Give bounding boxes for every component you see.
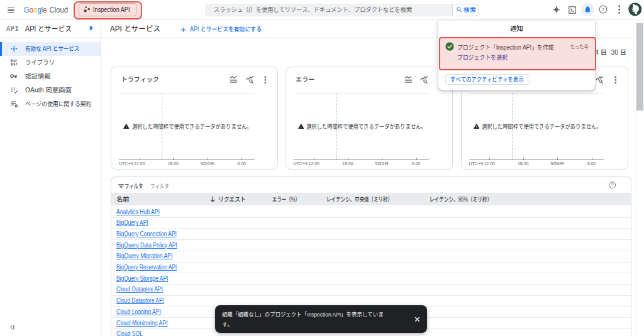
svg-text:?: ? xyxy=(611,183,614,187)
svg-text:?: ? xyxy=(602,7,605,13)
